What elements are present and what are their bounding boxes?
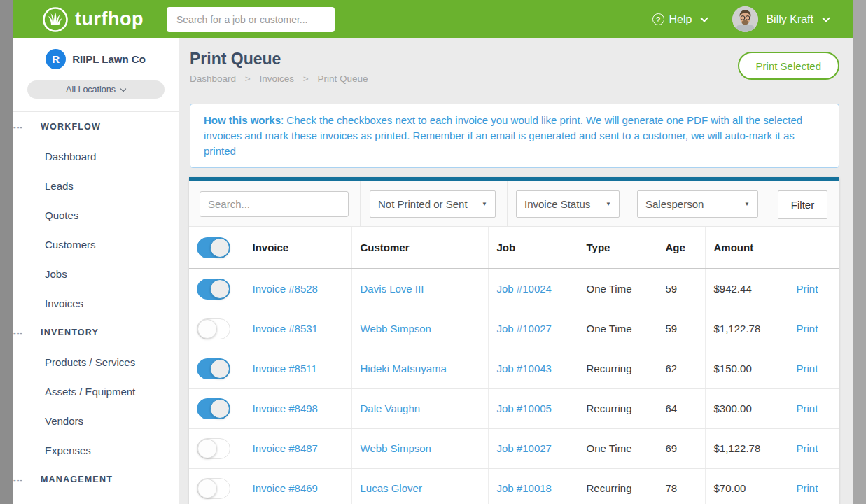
table-row: Invoice #8531Webb SimpsonJob #10027One T… (189, 309, 839, 349)
invoice-amount: $150.00 (714, 363, 752, 374)
invoice-amount: $1,122.78 (714, 323, 761, 335)
sidebar-item-products-services[interactable]: Products / Services (13, 347, 179, 377)
row-select-toggle[interactable] (197, 358, 230, 379)
job-link[interactable]: Job #10027 (497, 442, 552, 454)
invoice-age: 62 (666, 363, 678, 374)
invoice-status-select[interactable]: Invoice Status ▼ (516, 190, 620, 218)
invoice-link[interactable]: Invoice #8487 (253, 442, 318, 454)
table-header-row: Invoice Customer Job Type Age Amount (189, 227, 839, 269)
table-row: Invoice #8469Lucas GloverJob #10018Recur… (189, 468, 839, 504)
sidebar-item-expenses[interactable]: Expenses (13, 435, 179, 465)
how-this-works-note: How this works: Check the checkboxes nex… (190, 104, 839, 168)
company-badge-icon: R (46, 49, 66, 69)
job-link[interactable]: Job #10018 (497, 482, 552, 494)
job-link[interactable]: Job #10005 (497, 402, 552, 414)
job-link[interactable]: Job #10027 (497, 323, 552, 335)
row-select-toggle[interactable] (197, 398, 230, 419)
sidebar-section-workflow: ---WORKFLOW (13, 112, 179, 141)
invoice-link[interactable]: Invoice #8531 (253, 323, 318, 335)
customer-link[interactable]: Hideki Matsuyama (361, 363, 447, 374)
customer-link[interactable]: Webb Simpson (361, 323, 431, 335)
job-link[interactable]: Job #10024 (497, 283, 552, 295)
breadcrumb-separator: > (303, 74, 309, 84)
company-account[interactable]: R RIIPL Lawn Co (13, 49, 179, 69)
customer-link[interactable]: Davis Love III (361, 283, 424, 295)
printed-filter-select[interactable]: Not Printed or Sent ▼ (370, 190, 496, 218)
sidebar-section-reports: ---REPORTS (13, 494, 179, 504)
toggle-knob (197, 319, 217, 339)
breadcrumb-separator: > (245, 74, 251, 84)
invoice-link[interactable]: Invoice #8511 (253, 363, 317, 374)
print-row-link[interactable]: Print (797, 402, 818, 414)
note-lead: How this works (204, 114, 281, 126)
job-link[interactable]: Job #10043 (497, 363, 552, 374)
user-avatar[interactable] (732, 6, 758, 32)
row-select-toggle[interactable] (197, 279, 230, 300)
customer-link[interactable]: Lucas Glover (361, 482, 422, 494)
sidebar-item-customers[interactable]: Customers (13, 230, 179, 259)
toggle-knob (210, 238, 230, 258)
sidebar-item-leads[interactable]: Leads (13, 171, 179, 200)
row-select-toggle[interactable] (197, 318, 230, 340)
invoice-amount: $70.00 (714, 482, 746, 494)
app-logo[interactable]: turfhop (42, 6, 144, 33)
sidebar-item-assets-equipment[interactable]: Assets / Equipment (13, 377, 179, 406)
customer-link[interactable]: Dale Vaughn (361, 402, 421, 414)
invoice-link[interactable]: Invoice #8498 (253, 402, 318, 414)
print-row-link[interactable]: Print (797, 482, 818, 494)
customer-link[interactable]: Webb Simpson (361, 442, 431, 454)
sidebar-nav: ---WORKFLOWDashboardLeadsQuotesCustomers… (13, 112, 179, 504)
user-name[interactable]: Billy Kraft (766, 13, 813, 26)
print-row-link[interactable]: Print (797, 323, 818, 335)
sidebar-section-label: WORKFLOW (41, 122, 101, 132)
breadcrumb: Dashboard > Invoices > Print Queue (190, 74, 368, 84)
breadcrumb-invoices[interactable]: Invoices (259, 74, 294, 84)
section-dash-icon: --- (13, 328, 23, 337)
invoice-type: Recurring (587, 482, 632, 494)
breadcrumb-dashboard[interactable]: Dashboard (190, 74, 236, 84)
sidebar-item-quotes[interactable]: Quotes (13, 200, 179, 230)
sidebar-item-vendors[interactable]: Vendors (13, 406, 179, 435)
breadcrumb-current: Print Queue (317, 74, 368, 84)
sidebar-section-label: MANAGEMENT (41, 475, 113, 484)
invoice-link[interactable]: Invoice #8528 (253, 283, 318, 295)
row-select-toggle[interactable] (197, 478, 230, 499)
filter-button[interactable]: Filter (778, 190, 827, 219)
print-queue-card: Not Printed or Sent ▼ Invoice Status ▼ S… (189, 177, 839, 504)
print-row-link[interactable]: Print (797, 283, 818, 295)
invoice-age: 69 (666, 442, 678, 454)
print-row-link[interactable]: Print (797, 363, 818, 374)
invoice-amount: $942.44 (714, 283, 752, 295)
select-all-toggle[interactable] (197, 237, 230, 258)
print-selected-button[interactable]: Print Selected (738, 52, 839, 80)
invoice-table: Invoice Customer Job Type Age Amount Inv… (189, 227, 839, 504)
sidebar-item-jobs[interactable]: Jobs (13, 259, 179, 288)
chevron-down-icon (701, 14, 708, 22)
sidebar-item-dashboard[interactable]: Dashboard (13, 141, 179, 171)
global-search-input[interactable] (167, 7, 335, 32)
invoice-status-value: Invoice Status (524, 198, 590, 210)
filter-divider (769, 181, 769, 226)
row-select-toggle[interactable] (197, 438, 230, 459)
filter-divider (629, 181, 629, 226)
table-row: Invoice #8511Hideki MatsuyamaJob #10043R… (189, 349, 839, 388)
chevron-down-icon (120, 85, 126, 91)
invoice-type: Recurring (587, 363, 632, 374)
print-row-link[interactable]: Print (797, 442, 818, 454)
toggle-knob (210, 399, 230, 419)
table-search-input[interactable] (200, 191, 349, 217)
sidebar-company-block: R RIIPL Lawn Co All Locations (13, 38, 179, 112)
salesperson-value: Salesperson (645, 198, 704, 210)
sidebar-section-label: INVENTORY (41, 328, 99, 337)
location-selector-label: All Locations (66, 85, 116, 94)
help-menu[interactable]: ? Help (652, 13, 708, 26)
note-body: : Check the checkboxes next to each invo… (204, 114, 802, 157)
printed-filter-value: Not Printed or Sent (378, 198, 468, 210)
salesperson-select[interactable]: Salesperson ▼ (637, 190, 758, 218)
column-header-actions (788, 227, 839, 269)
invoice-type: One Time (587, 323, 632, 335)
invoice-link[interactable]: Invoice #8469 (253, 482, 318, 494)
sidebar-item-invoices[interactable]: Invoices (13, 288, 179, 318)
section-dash-icon: --- (13, 475, 23, 484)
location-selector[interactable]: All Locations (27, 80, 165, 99)
